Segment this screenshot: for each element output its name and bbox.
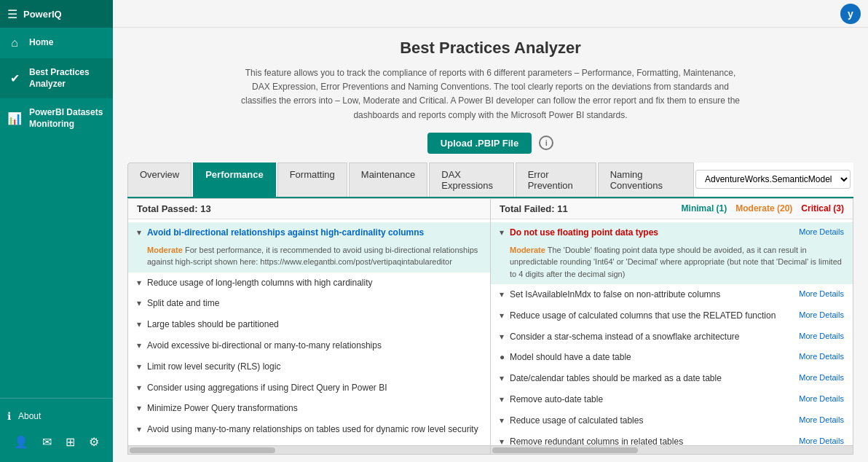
yammer-icon[interactable]: y <box>840 4 861 24</box>
expand-arrow: ▾ <box>500 436 507 445</box>
tab-naming-conventions[interactable]: Naming Conventions <box>598 163 694 197</box>
more-details-link[interactable]: More Details <box>799 394 844 404</box>
list-item-text: Do not use floating point data types <box>510 227 796 239</box>
more-details-link[interactable]: More Details <box>799 351 844 362</box>
tab-error-prevention[interactable]: Error Prevention <box>516 163 596 197</box>
list-item[interactable]: ▾ Consider using aggregations if using D… <box>128 377 490 399</box>
status-badges: Minimal (1) Moderate (20) Critical (3) <box>682 203 844 214</box>
expand-arrow: ▾ <box>137 318 144 331</box>
expand-arrow: ▾ <box>137 227 144 239</box>
app-name: PowerIQ <box>23 9 62 20</box>
left-panel-body[interactable]: ▾ Avoid bi-directional relationships aga… <box>128 219 490 445</box>
more-details-link[interactable]: More Details <box>799 436 844 445</box>
sidebar-nav: ⌂ Home ✔ Best Practices Analyzer 📊 Power… <box>0 28 113 398</box>
list-item[interactable]: ▾ Split date and time <box>128 293 490 314</box>
grid-icon[interactable]: ⊞ <box>63 432 78 452</box>
list-item[interactable]: ▾ Large tables should be partitioned <box>128 314 490 335</box>
list-item[interactable]: ▾ Do not use floating point data types M… <box>491 222 853 284</box>
tab-performance[interactable]: Performance <box>193 163 275 197</box>
tab-maintenance[interactable]: Maintenance <box>349 163 427 197</box>
expand-arrow: ▾ <box>500 372 507 385</box>
settings-icon[interactable]: ⚙ <box>86 432 102 452</box>
model-select[interactable]: AdventureWorks.SemanticModel <box>695 170 851 189</box>
list-item[interactable]: ▾ Avoid excessive bi-directional or many… <box>128 335 490 356</box>
right-panel-header: Total Failed: 11 Minimal (1) Moderate (2… <box>491 199 853 219</box>
more-details-link[interactable]: More Details <box>799 372 844 383</box>
sidebar: ☰ PowerIQ ⌂ Home ✔ Best Practices Analyz… <box>0 0 113 462</box>
severity-label: Moderate <box>510 246 545 254</box>
list-item[interactable]: ▾ Reduce usage of long-length columns wi… <box>128 273 490 294</box>
scrollbar-thumb <box>492 447 638 453</box>
upload-button[interactable]: Upload .PBIP File <box>427 133 532 154</box>
tab-overview[interactable]: Overview <box>127 163 192 197</box>
list-item-text: Split date and time <box>147 297 481 310</box>
expand-arrow: ▾ <box>137 382 144 394</box>
left-panel-scrollbar[interactable] <box>128 445 490 454</box>
list-item[interactable]: ▾ Remove redundant columns in related ta… <box>491 431 853 445</box>
hamburger-icon[interactable]: ☰ <box>7 7 17 21</box>
more-details-link[interactable]: More Details <box>799 227 844 238</box>
about-label: About <box>18 411 41 421</box>
list-item[interactable]: ▾ Unpivot pivoted (month) data <box>128 440 490 445</box>
expand-arrow: ▾ <box>500 310 507 322</box>
list-item[interactable]: ▾ Limit row level security (RLS) logic <box>128 356 490 377</box>
user-icon[interactable]: 👤 <box>11 432 31 452</box>
expand-arrow: ▾ <box>137 402 144 415</box>
badge-moderate: Moderate (20) <box>735 203 792 214</box>
expand-arrow: ▾ <box>500 289 507 301</box>
sidebar-powerbi-label: PowerBI Datasets Monitoring <box>29 107 106 130</box>
list-item[interactable]: ● Model should have a date table More De… <box>491 347 853 368</box>
description: This feature allows you to track the com… <box>236 66 746 122</box>
left-panel: Total Passed: 13 ▾ Avoid bi-directional … <box>128 199 491 454</box>
more-details-link[interactable]: More Details <box>799 415 844 426</box>
expand-arrow: ▾ <box>137 277 144 289</box>
sidebar-header: ☰ PowerIQ <box>0 0 113 28</box>
email-icon[interactable]: ✉ <box>39 432 55 452</box>
sidebar-bottom: ℹ About 👤 ✉ ⊞ ⚙ <box>0 398 113 462</box>
right-panel-scrollbar[interactable] <box>491 445 853 454</box>
list-item-text: Avoid bi-directional relationships again… <box>147 227 424 239</box>
tabs-container: Overview Performance Formatting Maintena… <box>127 163 853 198</box>
chart-icon: 📊 <box>7 111 22 125</box>
list-item[interactable]: ▾ Minimize Power Query transformations <box>128 398 490 419</box>
list-item-text: Consider a star-schema instead of a snow… <box>510 331 793 343</box>
sidebar-bottom-icons: 👤 ✉ ⊞ ⚙ <box>0 428 113 456</box>
list-item-text: Remove redundant columns in related tabl… <box>510 436 793 445</box>
list-item-text: Remove auto-date table <box>510 394 793 406</box>
severity-label: Moderate <box>147 246 183 254</box>
sidebar-item-best-practices[interactable]: ✔ Best Practices Analyzer <box>0 58 113 98</box>
sidebar-home-label: Home <box>29 37 53 49</box>
expand-arrow: ▾ <box>500 331 507 343</box>
sidebar-item-home[interactable]: ⌂ Home <box>0 28 113 58</box>
model-dropdown: AdventureWorks.SemanticModel <box>695 163 851 197</box>
list-item[interactable]: ▾ Date/calendar tables should be marked … <box>491 368 853 389</box>
tab-dax-expressions[interactable]: DAX Expressions <box>429 163 513 197</box>
sidebar-item-powerbi-datasets[interactable]: 📊 PowerBI Datasets Monitoring <box>0 98 113 138</box>
list-item[interactable]: ▾ Consider a star-schema instead of a sn… <box>491 326 853 348</box>
about-icon: ℹ <box>7 410 11 422</box>
more-details-link[interactable]: More Details <box>799 310 844 321</box>
list-item[interactable]: ▾ Avoid bi-directional relationships aga… <box>128 222 490 273</box>
expanded-content: Moderate The 'Double' floating point dat… <box>500 244 844 281</box>
tabs-row: Overview Performance Formatting Maintena… <box>127 163 853 198</box>
scrollbar-thumb <box>130 447 275 453</box>
left-panel-header: Total Passed: 13 <box>128 199 490 219</box>
tab-formatting[interactable]: Formatting <box>277 163 347 197</box>
list-item-text: Set IsAvailableInMdx to false on non-att… <box>510 289 793 301</box>
more-details-link[interactable]: More Details <box>799 289 844 299</box>
info-icon[interactable]: i <box>539 136 553 150</box>
expand-arrow: ▾ <box>137 361 144 373</box>
list-item[interactable]: ▾ Reduce usage of calculated columns tha… <box>491 305 853 326</box>
more-details-link[interactable]: More Details <box>799 331 844 342</box>
list-item-text: Reduce usage of calculated columns that … <box>510 310 793 322</box>
list-item[interactable]: ▾ Reduce usage of calculated tables More… <box>491 410 853 431</box>
list-item[interactable]: ▾ Avoid using many-to-many relationships… <box>128 419 490 440</box>
list-item-text: Large tables should be partitioned <box>147 318 481 331</box>
list-item[interactable]: ▾ Remove auto-date table More Details <box>491 389 853 410</box>
expand-arrow: ▾ <box>500 394 507 406</box>
right-panel-body[interactable]: ▾ Do not use floating point data types M… <box>491 219 853 445</box>
list-item-text: Limit row level security (RLS) logic <box>147 361 481 373</box>
list-item-text: Minimize Power Query transformations <box>147 402 481 415</box>
sidebar-about[interactable]: ℹ About <box>0 404 113 428</box>
list-item[interactable]: ▾ Set IsAvailableInMdx to false on non-a… <box>491 284 853 305</box>
